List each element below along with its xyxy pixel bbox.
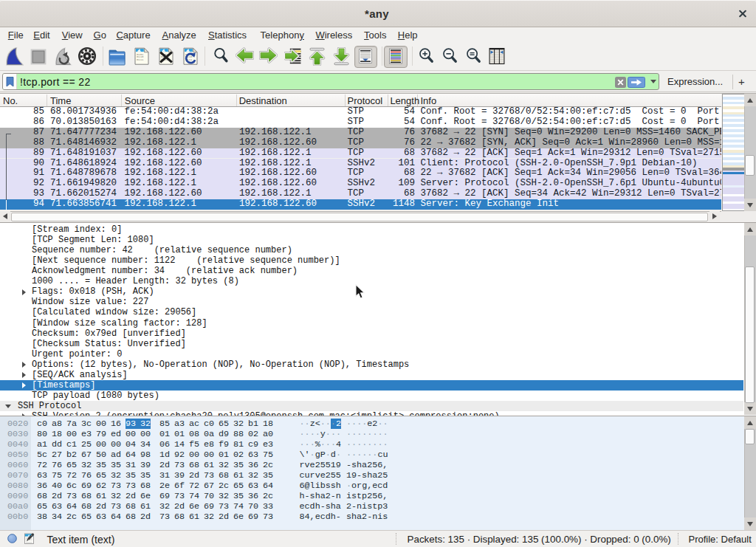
svg-text:0111: 0111 bbox=[137, 58, 144, 61]
